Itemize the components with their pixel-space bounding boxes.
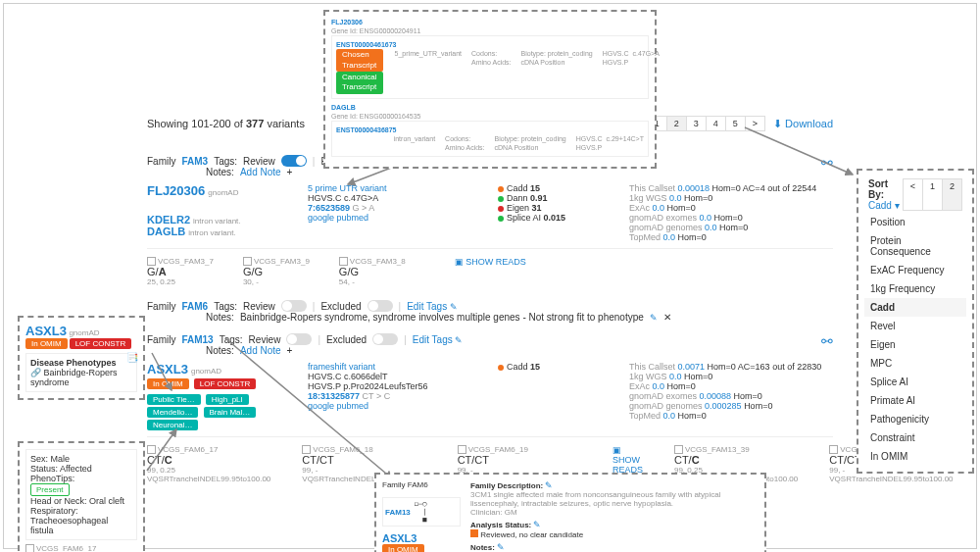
lof-badge[interactable]: LOF CONSTR (194, 378, 257, 389)
add-note[interactable]: Add Note (240, 167, 281, 177)
sort-option[interactable]: In OMIM (864, 447, 966, 466)
edit-icon (450, 301, 458, 312)
family-fam13: Family FAM13 Tags: Review | Excluded | E… (147, 333, 833, 483)
family-id[interactable]: FAM3 (181, 156, 208, 167)
excluded-toggle[interactable] (368, 300, 393, 312)
sort-dropdown-callout: Sort By: Cadd ▾<12 Position Protein Cons… (857, 169, 974, 474)
phenotype-callout: ASXL3 gnomAD In OMIMLOF CONSTR Disease P… (18, 316, 145, 400)
gene-flj20306[interactable]: FLJ20306 (147, 183, 205, 198)
locus[interactable]: 7:6523589 (308, 203, 350, 213)
review-toggle[interactable] (286, 333, 312, 345)
transcript-callout: FLJ20306 Gene Id: ENSG00000204911 ENST00… (323, 10, 657, 169)
sort-option[interactable]: MPC (864, 354, 966, 373)
sort-option[interactable]: Eigen (864, 335, 966, 354)
edit-icon (455, 334, 463, 345)
gene-kdelr2[interactable]: KDELR2 (147, 214, 190, 226)
edit-note-icon[interactable] (650, 312, 658, 323)
locus[interactable]: 18:31325877 (308, 391, 360, 401)
external-links[interactable]: google pubmed (308, 401, 474, 411)
edit-icon[interactable] (497, 543, 505, 552)
sort-option[interactable]: Splice AI (864, 373, 966, 391)
download-link[interactable]: Download (773, 118, 833, 130)
review-toggle[interactable] (281, 155, 307, 167)
page-3[interactable]: 3 (686, 116, 707, 131)
family-id[interactable]: FAM6 (181, 301, 208, 312)
omim-badge[interactable]: In OMIM (147, 378, 189, 389)
sort-option[interactable]: Revel (864, 317, 966, 335)
unlink-icon[interactable]: ⚯ (821, 155, 833, 171)
add-note[interactable]: Add Note (240, 345, 281, 356)
family-detail-callout: Family FAM6 FAM13 ◻—◯ | ■ ASXL3 In OMIML… (374, 473, 766, 552)
consequence[interactable]: frameshift variant (308, 362, 474, 372)
sort-option[interactable]: 1kg Frequency (864, 279, 966, 298)
edit-tags[interactable]: Edit Tags (413, 334, 464, 345)
family-fam3: Family FAM3 Tags: Review | Excluded | Re… (147, 155, 833, 286)
page-5[interactable]: 5 (725, 116, 746, 131)
consequence[interactable]: 5 prime UTR variant (308, 183, 474, 193)
edit-tags[interactable]: Edit Tags (407, 301, 458, 312)
sort-option[interactable]: Protein Consequence (864, 231, 966, 261)
family-fam6: Family FAM6 Tags: Review | Excluded | Ed… (147, 300, 833, 323)
page-next[interactable]: > (745, 116, 765, 131)
sort-option[interactable]: Position (864, 213, 966, 231)
external-links[interactable]: google pubmed (308, 213, 474, 223)
show-reads[interactable]: ▣ SHOW READS (612, 445, 643, 475)
pedigree-icon: ◻—◯ | ■ (415, 500, 427, 524)
excluded-toggle[interactable] (372, 333, 398, 345)
edit-icon[interactable] (545, 481, 553, 490)
download-icon (773, 118, 782, 129)
sort-option[interactable]: Cadd (864, 298, 966, 317)
sample-callout: Sex: Male Status: Affected PhenoTips: Pr… (18, 441, 145, 552)
sort-option[interactable]: ExAC Frequency (864, 261, 966, 279)
show-reads[interactable]: ▣ SHOW READS (455, 257, 526, 286)
family-id[interactable]: FAM13 (181, 334, 213, 345)
sort-option[interactable]: Primate AI (864, 391, 966, 410)
gene-daglb[interactable]: DAGLB (147, 226, 185, 237)
page-4[interactable]: 4 (706, 116, 726, 131)
page-2[interactable]: 2 (666, 116, 687, 131)
sort-option[interactable]: Pathogenicity (864, 410, 966, 428)
gene-asxl3[interactable]: ASXL3 (147, 362, 188, 376)
unlink-icon[interactable]: ⚯ (821, 333, 833, 349)
edit-icon[interactable] (533, 521, 541, 529)
review-toggle[interactable] (281, 300, 307, 312)
book-icon (126, 352, 138, 363)
results-count: Showing 101-200 of 377 variants (147, 118, 305, 129)
sort-option[interactable]: Constraint (864, 428, 966, 447)
